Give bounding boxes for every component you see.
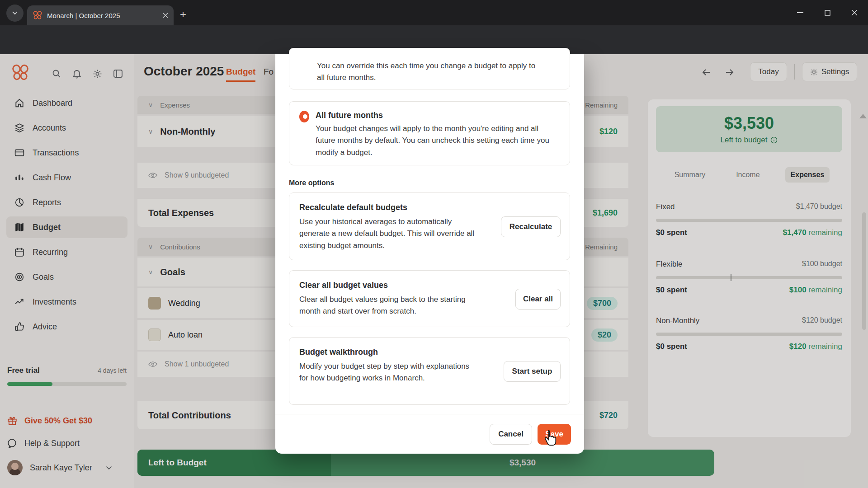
tab-title: Monarch | October 2025: [47, 12, 158, 19]
minimize-button[interactable]: [787, 0, 814, 25]
recalculate-card: Recalculate default budgets Use your his…: [289, 192, 570, 260]
all-future-months-option-card[interactable]: All future months Your budget changes wi…: [289, 101, 570, 165]
recalculate-description: Use your historical averages to automati…: [299, 216, 480, 252]
all-future-months-description: Your budget changes will apply to the mo…: [316, 123, 560, 159]
monarch-logo-icon: [33, 11, 42, 20]
clear-all-button-label: Clear all: [523, 295, 553, 304]
start-setup-button-label: Start setup: [512, 367, 552, 376]
more-options-heading: More options: [289, 179, 334, 187]
window-controls: [787, 0, 868, 25]
recalculate-title: Recalculate default budgets: [299, 203, 560, 212]
tab-search-chevron-button[interactable]: [6, 5, 24, 22]
radio-selected-icon[interactable]: [299, 111, 309, 122]
cancel-button-label: Cancel: [498, 430, 524, 439]
walkthrough-title: Budget walkthrough: [299, 347, 560, 357]
browser-tabstrip: Monarch | October 2025 +: [0, 0, 868, 25]
new-tab-button[interactable]: +: [180, 9, 186, 20]
recalculate-button[interactable]: Recalculate: [501, 216, 561, 237]
browser-tab[interactable]: Monarch | October 2025: [27, 5, 174, 25]
walkthrough-description: Modify your budget step by step with exp…: [299, 361, 480, 385]
start-setup-button[interactable]: Start setup: [504, 361, 561, 382]
clear-all-button[interactable]: Clear all: [515, 289, 561, 310]
cursor-pointer-icon: [543, 430, 558, 448]
modal-footer-divider: [275, 414, 584, 414]
all-future-months-title: All future months: [316, 111, 560, 120]
budget-settings-modal: You can override this each time you chan…: [275, 54, 584, 454]
maximize-button[interactable]: [814, 0, 841, 25]
close-window-button[interactable]: [841, 0, 868, 25]
clear-all-description: Clear all budget values going back to th…: [299, 294, 485, 318]
scrollbar-up-arrow[interactable]: [859, 114, 867, 118]
walkthrough-card: Budget walkthrough Modify your budget st…: [289, 337, 570, 405]
option-intro-text: You can override this each time you chan…: [317, 60, 543, 84]
recalculate-button-label: Recalculate: [509, 222, 552, 231]
cancel-button[interactable]: Cancel: [490, 424, 532, 445]
current-month-option-card[interactable]: You can override this each time you chan…: [289, 48, 570, 89]
app-area: Dashboard Accounts Transactions Cash Flo…: [0, 54, 868, 488]
scrollbar-thumb[interactable]: [862, 212, 866, 330]
clear-all-card: Clear all budget values Clear all budget…: [289, 270, 570, 327]
screen: Monarch | October 2025 +: [0, 0, 868, 488]
tab-close-icon[interactable]: [163, 13, 168, 18]
